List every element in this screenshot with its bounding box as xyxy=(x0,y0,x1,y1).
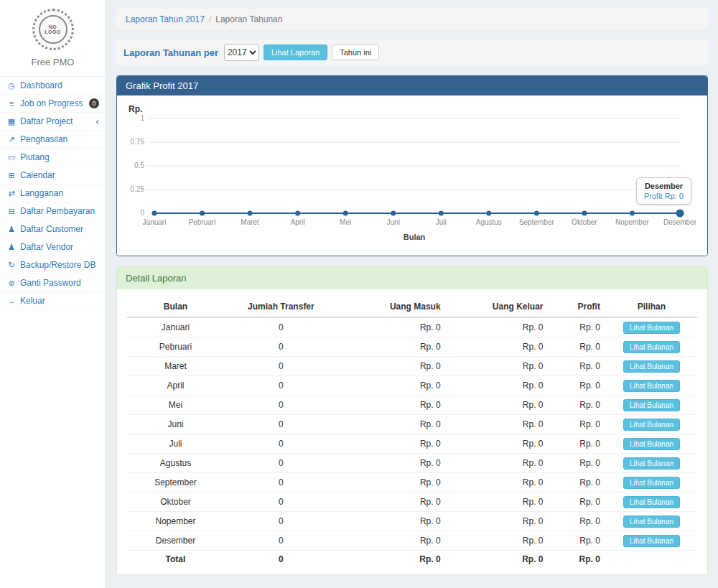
lihat-bulanan-button[interactable]: Lihat Bulanan xyxy=(623,399,680,411)
sidebar-item-job-on-progress[interactable]: ≡Job on Progress0 xyxy=(0,95,106,113)
sidebar-item-daftar-pembayaran[interactable]: ⊟Daftar Pembayaran xyxy=(0,202,106,220)
svg-text:April: April xyxy=(291,218,305,226)
footer: Powered by Free PMO, and developed with … xyxy=(116,579,708,588)
chart-point[interactable] xyxy=(295,211,300,216)
breadcrumb-current: Laporan Tahunan xyxy=(215,14,282,24)
table-icon: ▦ xyxy=(6,117,17,126)
cell-uang-keluar: Rp. 0 xyxy=(447,531,549,551)
cell-profit: Rp. 0 xyxy=(549,337,606,357)
cell-jumlah-transfer: 0 xyxy=(224,473,338,493)
lihat-laporan-button[interactable]: Lihat Laporan xyxy=(264,45,327,60)
column-header: Bulan xyxy=(127,297,224,317)
lihat-bulanan-button[interactable]: Lihat Bulanan xyxy=(623,380,680,392)
lihat-bulanan-button[interactable]: Lihat Bulanan xyxy=(623,438,680,450)
year-select[interactable]: 2017 xyxy=(224,44,259,61)
line-chart-icon: ↗ xyxy=(6,135,17,144)
cell-bulan: Oktober xyxy=(127,493,224,512)
sidebar-item-ganti-password[interactable]: ⊛Ganti Password xyxy=(0,274,106,292)
cell-uang-keluar: Rp. 0 xyxy=(447,493,549,512)
chart-point[interactable] xyxy=(200,211,205,216)
svg-text:Rp.: Rp. xyxy=(129,104,142,114)
chart-point[interactable] xyxy=(582,211,587,216)
sidebar-item-keluar[interactable]: →Keluar xyxy=(0,292,106,310)
table-row: April0Rp. 0Rp. 0Rp. 0Lihat Bulanan xyxy=(127,376,697,396)
repeat-icon: ⇄ xyxy=(6,189,17,198)
cell-uang-keluar: Rp. 0 xyxy=(447,415,549,434)
calendar-icon: ⊞ xyxy=(6,171,17,180)
chart-point[interactable] xyxy=(248,211,253,216)
cell-bulan: Nopember xyxy=(127,512,224,531)
cell-profit: Rp. 0 xyxy=(549,434,606,454)
detail-report-panel: Detail Laporan BulanJumlah TransferUang … xyxy=(116,266,708,575)
chevron-left-icon: ‹ xyxy=(95,116,99,126)
credit-card-icon: ▭ xyxy=(6,153,17,162)
sidebar-item-dashboard[interactable]: ◷Dashboard xyxy=(0,77,106,95)
lihat-bulanan-button[interactable]: Lihat Bulanan xyxy=(623,419,680,431)
svg-text:Januari: Januari xyxy=(143,218,167,226)
cell-uang-masuk: Rp. 0 xyxy=(338,434,447,454)
sidebar-item-penghasilan[interactable]: ↗Penghasilan xyxy=(0,131,106,149)
table-row: Desember0Rp. 0Rp. 0Rp. 0Lihat Bulanan xyxy=(127,531,697,551)
sidebar-item-label: Backup/Restore DB xyxy=(20,260,95,270)
cell-uang-masuk: Rp. 0 xyxy=(338,357,447,376)
tooltip-profit: Profit Rp: 0 xyxy=(644,192,684,200)
column-header: Uang Masuk xyxy=(338,297,447,317)
sidebar-item-backup-restore-db[interactable]: ↻Backup/Restore DB xyxy=(0,256,106,274)
sidebar: NO LOGO Free PMO ◷Dashboard≡Job on Progr… xyxy=(0,0,106,588)
users-icon: ♟ xyxy=(6,243,17,252)
sign-out-icon: → xyxy=(6,297,17,305)
chart-point[interactable] xyxy=(534,211,539,216)
filter-label: Laporan Tahunan per xyxy=(123,47,218,58)
chart-point[interactable] xyxy=(630,211,635,216)
cell-jumlah-transfer: 0 xyxy=(224,317,338,337)
cell-jumlah-transfer: 0 xyxy=(224,454,338,473)
money-icon: ⊟ xyxy=(6,207,17,216)
lihat-bulanan-button[interactable]: Lihat Bulanan xyxy=(623,457,680,470)
table-row: Pebruari0Rp. 0Rp. 0Rp. 0Lihat Bulanan xyxy=(127,337,697,357)
chart-point[interactable] xyxy=(152,211,157,216)
breadcrumb-link[interactable]: Laporan Tahun 2017 xyxy=(126,14,205,24)
profit-line-chart-svg: Rp.10.750.50.250JanuariPebruariMaretApri… xyxy=(127,103,696,246)
cell-uang-masuk: Rp. 0 xyxy=(338,493,447,512)
lihat-bulanan-button[interactable]: Lihat Bulanan xyxy=(623,341,680,353)
cell-bulan: Januari xyxy=(127,317,224,337)
brand-block: NO LOGO Free PMO xyxy=(0,0,106,77)
dashboard-icon: ◷ xyxy=(6,81,17,90)
lihat-bulanan-button[interactable]: Lihat Bulanan xyxy=(623,360,680,373)
sidebar-item-daftar-project[interactable]: ▦Daftar Project‹ xyxy=(0,113,106,131)
tahun-ini-button[interactable]: Tahun ini xyxy=(332,45,379,60)
sidebar-item-piutang[interactable]: ▭Piutang xyxy=(0,149,106,167)
lihat-bulanan-button[interactable]: Lihat Bulanan xyxy=(623,515,680,528)
chart-point[interactable] xyxy=(343,211,348,216)
lihat-bulanan-button[interactable]: Lihat Bulanan xyxy=(623,535,680,547)
column-header: Uang Keluar xyxy=(447,297,549,317)
sidebar-item-label: Penghasilan xyxy=(20,134,67,144)
cell-uang-keluar: Rp. 0 xyxy=(447,454,549,473)
cell-jumlah-transfer: 0 xyxy=(224,396,338,415)
cell-profit: Rp. 0 xyxy=(549,531,606,551)
lihat-bulanan-button[interactable]: Lihat Bulanan xyxy=(623,477,680,489)
breadcrumb-separator: / xyxy=(209,14,211,24)
sidebar-item-langganan[interactable]: ⇄Langganan xyxy=(0,185,106,202)
sidebar-item-label: Daftar Customer xyxy=(20,224,83,234)
chart-point[interactable] xyxy=(486,211,491,216)
lihat-bulanan-button[interactable]: Lihat Bulanan xyxy=(623,496,680,508)
cell-jumlah-transfer: 0 xyxy=(224,337,338,357)
sidebar-item-daftar-customer[interactable]: ♟Daftar Customer xyxy=(0,220,106,238)
table-row: Juni0Rp. 0Rp. 0Rp. 0Lihat Bulanan xyxy=(127,415,697,434)
tasks-icon: ≡ xyxy=(6,99,17,108)
cell-profit: Rp. 0 xyxy=(549,317,606,337)
cell-uang-keluar: Rp. 0 xyxy=(447,357,549,376)
cell-profit: Rp. 0 xyxy=(549,454,606,473)
cell-uang-masuk: Rp. 0 xyxy=(338,396,447,415)
lihat-bulanan-button[interactable]: Lihat Bulanan xyxy=(623,322,680,334)
cell-bulan: April xyxy=(127,376,224,396)
cell-uang-keluar: Rp. 0 xyxy=(447,512,549,531)
cell-profit: Rp. 0 xyxy=(549,357,606,376)
sidebar-item-calendar[interactable]: ⊞Calendar xyxy=(0,167,106,185)
logo-text-line2: LOGO xyxy=(45,29,61,34)
sidebar-item-daftar-vendor[interactable]: ♟Daftar Vendor xyxy=(0,238,106,256)
chart-point[interactable] xyxy=(676,210,684,218)
chart-point[interactable] xyxy=(439,211,444,216)
chart-point[interactable] xyxy=(391,211,396,216)
